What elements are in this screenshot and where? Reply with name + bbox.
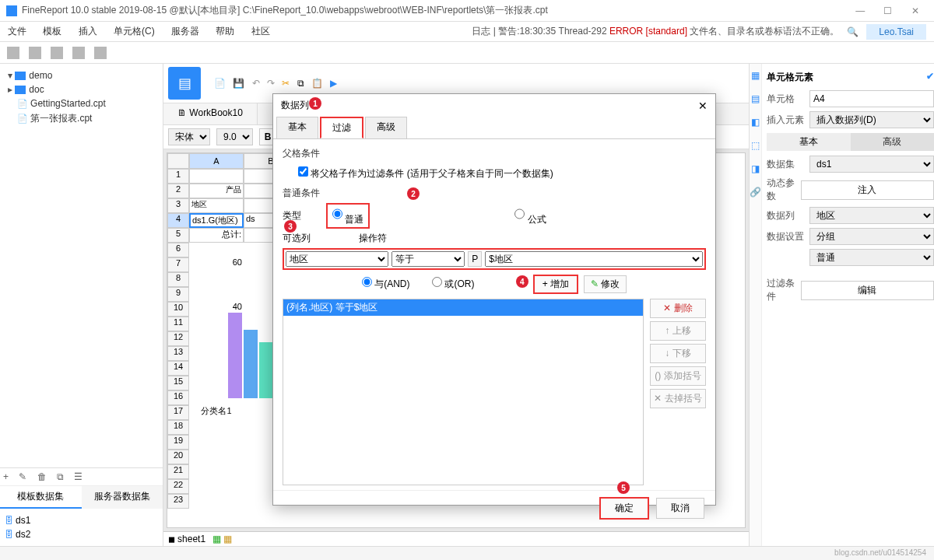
- cond-icon[interactable]: ◨: [750, 157, 761, 180]
- right-icon-column: ▦ ▤ ◧ ⬚ ◨ 🔗: [750, 64, 762, 546]
- menu-file[interactable]: 文件: [8, 26, 26, 37]
- dataset-select[interactable]: ds1: [809, 156, 934, 173]
- radio-formula[interactable]: 公式: [514, 205, 546, 226]
- widget-icon[interactable]: ⬚: [750, 134, 761, 157]
- save-icon[interactable]: 💾: [233, 78, 244, 89]
- menu-help[interactable]: 帮助: [216, 26, 234, 37]
- mode-select[interactable]: 普通: [809, 249, 934, 266]
- menu-cell[interactable]: 单元格(C): [114, 26, 155, 37]
- cell-properties: 单元格元素✔ 单元格 插入元素插入数据列(D) 基本高级 数据集ds1 动态参数…: [762, 64, 934, 546]
- run-icon[interactable]: ▶: [330, 78, 337, 89]
- new-icon[interactable]: [7, 47, 19, 59]
- menu-insert[interactable]: 插入: [79, 26, 97, 37]
- window-buttons: — ☐ ✕: [848, 5, 928, 16]
- menu-community[interactable]: 社区: [251, 26, 270, 37]
- tab-template-ds[interactable]: 模板数据集: [0, 486, 82, 509]
- redo-icon[interactable]: ↷: [267, 78, 275, 89]
- link-icon[interactable]: 🔗: [750, 180, 761, 204]
- maximize-button[interactable]: ☐: [876, 5, 901, 16]
- menu-server[interactable]: 服务器: [171, 26, 199, 37]
- float-icon[interactable]: ◧: [750, 110, 761, 134]
- dlg-tab-advanced[interactable]: 高级: [365, 117, 407, 138]
- copy-icon[interactable]: ⧉: [297, 78, 304, 89]
- cell-attr-icon[interactable]: ▤: [750, 87, 761, 110]
- ds-more-icon[interactable]: ☰: [74, 471, 83, 482]
- col-header[interactable]: A: [189, 153, 244, 169]
- toolbar-icon[interactable]: 📄: [214, 78, 226, 89]
- tree-folder-demo[interactable]: demo: [5, 68, 158, 82]
- ok-button[interactable]: 确定: [599, 497, 649, 520]
- delete-icon[interactable]: [94, 47, 107, 59]
- paste-icon[interactable]: 📋: [311, 78, 323, 89]
- list-item[interactable]: (列名.地区) 等于$地区: [283, 299, 643, 316]
- user-badge[interactable]: Leo.Tsai: [866, 24, 926, 40]
- cell-element-icon[interactable]: ▦: [750, 64, 761, 87]
- sheet-footer: ◼ sheet1 ▦ ▦: [163, 531, 749, 546]
- radio-normal[interactable]: 普通: [326, 203, 370, 229]
- font-select[interactable]: 宋体: [168, 128, 210, 145]
- minimize-button[interactable]: —: [848, 5, 873, 16]
- ds-add-icon[interactable]: +: [3, 471, 9, 482]
- tab-advanced[interactable]: 高级: [851, 133, 935, 151]
- dialog-title: 数据列: [281, 99, 309, 112]
- callout-1: 1: [309, 97, 321, 110]
- tab-server-ds[interactable]: 服务器数据集: [82, 486, 163, 509]
- open-icon[interactable]: [29, 47, 41, 59]
- dlg-tab-filter[interactable]: 过滤: [320, 117, 363, 138]
- datacol-select[interactable]: 地区: [809, 207, 934, 224]
- tree-file[interactable]: 第一张报表.cpt: [5, 110, 158, 127]
- ds-copy-icon[interactable]: ⧉: [57, 471, 64, 482]
- sheet-tab[interactable]: sheet1: [177, 534, 205, 544]
- preview-icon[interactable]: ▤: [168, 67, 201, 100]
- condition-list[interactable]: (列名.地区) 等于$地区: [283, 299, 644, 485]
- paste-icon[interactable]: [72, 47, 85, 59]
- tab-workbook[interactable]: 🗎 WorkBook10: [163, 103, 258, 124]
- ds-edit-icon[interactable]: ✎: [19, 471, 26, 482]
- tree-file[interactable]: GettingStarted.cpt: [5, 96, 158, 110]
- cut-icon[interactable]: ✂: [282, 78, 290, 89]
- ds-delete-icon[interactable]: 🗑: [37, 471, 47, 482]
- callout-4: 4: [516, 275, 528, 288]
- value-select[interactable]: $地区: [485, 251, 703, 267]
- normal-cond-title: 普通条件: [283, 187, 706, 200]
- delete-button[interactable]: ✕ 删除: [650, 299, 706, 318]
- dataset-item[interactable]: ds2: [5, 527, 158, 541]
- edit-filter-button[interactable]: 编辑: [801, 281, 934, 300]
- tree-folder-doc[interactable]: doc: [5, 82, 158, 96]
- remove-paren-button[interactable]: ✕ 去掉括号: [650, 389, 706, 408]
- callout-3: 3: [284, 220, 297, 233]
- column-select[interactable]: 地区: [286, 251, 388, 267]
- param-icon[interactable]: P: [468, 251, 482, 267]
- operator-select[interactable]: 等于: [392, 251, 465, 267]
- panel-title: 单元格元素: [767, 71, 813, 84]
- dataset-panel: + ✎ 🗑 ⧉ ☰ 模板数据集 服务器数据集 ds1 ds2: [0, 467, 163, 546]
- menus: 文件 模板 插入 单元格(C) 服务器 帮助 社区: [8, 25, 284, 38]
- radio-and[interactable]: 与(AND): [362, 278, 410, 289]
- insert-select[interactable]: 插入数据列(D): [809, 111, 934, 128]
- undo-icon[interactable]: ↶: [252, 78, 260, 89]
- cell-a4[interactable]: ds1.G(地区): [189, 213, 244, 228]
- modify-button[interactable]: ✎ 修改: [584, 275, 627, 293]
- callout-2: 2: [407, 187, 420, 200]
- tab-basic[interactable]: 基本: [767, 133, 851, 151]
- close-button[interactable]: ✕: [903, 5, 928, 16]
- datacfg-select[interactable]: 分组: [809, 228, 934, 245]
- inject-button[interactable]: 注入: [801, 180, 934, 200]
- dlg-tab-basic[interactable]: 基本: [276, 117, 318, 138]
- cancel-button[interactable]: 取消: [656, 498, 704, 519]
- dialog-close-icon[interactable]: ✕: [698, 100, 708, 112]
- add-paren-button[interactable]: () 添加括号: [650, 366, 706, 386]
- dataset-item[interactable]: ds1: [5, 513, 158, 527]
- down-button[interactable]: ↓ 下移: [650, 344, 706, 363]
- check-icon[interactable]: ✔: [926, 71, 934, 84]
- radio-or[interactable]: 或(OR): [432, 278, 474, 289]
- menu-template[interactable]: 模板: [43, 26, 61, 37]
- parent-check[interactable]: 将父格子作为过滤条件 (适用于父子格来自于同一个数据集): [298, 168, 553, 179]
- add-button[interactable]: + 增加: [533, 275, 578, 294]
- search-icon[interactable]: 🔍: [847, 26, 859, 37]
- up-button[interactable]: ↑ 上移: [650, 321, 706, 341]
- size-select[interactable]: 9.0: [216, 128, 253, 145]
- chart-bar: [244, 330, 258, 398]
- copy-icon[interactable]: [51, 47, 63, 59]
- cell-ref-input[interactable]: [809, 90, 934, 107]
